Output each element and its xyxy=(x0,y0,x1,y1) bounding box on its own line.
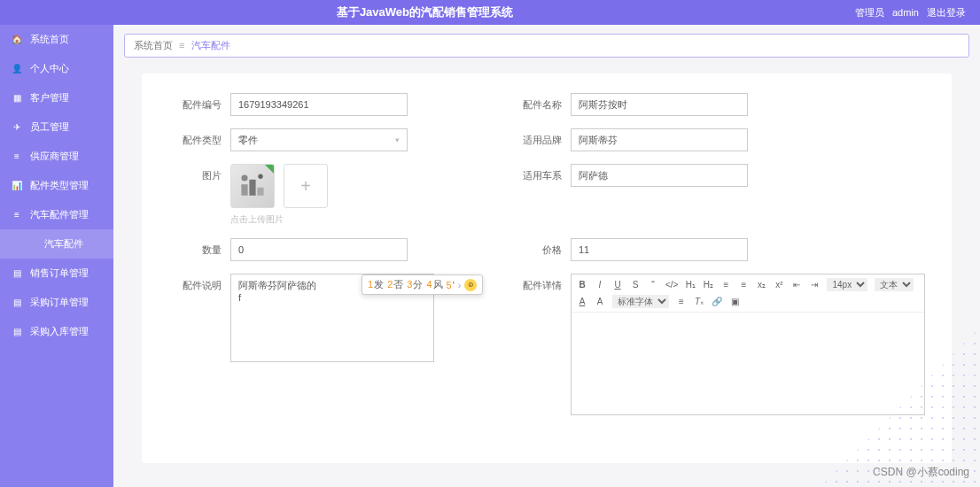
ime-cand-5[interactable]: 5' xyxy=(447,280,455,290)
sidebar-label: 汽车配件管理 xyxy=(30,208,89,221)
sidebar-icon: ✈ xyxy=(11,122,23,132)
sidebar-item-8[interactable]: ▤销售订单管理 xyxy=(0,259,113,288)
ul-icon[interactable]: ≡ xyxy=(738,280,749,290)
label-part-name: 配件名称 xyxy=(509,93,562,112)
ime-next-icon[interactable]: › xyxy=(458,280,462,290)
breadcrumb-home[interactable]: 系统首页 xyxy=(134,40,173,50)
sidebar-label: 系统首页 xyxy=(30,33,69,46)
input-part-no[interactable] xyxy=(230,93,408,116)
sidebar-icon: ▤ xyxy=(11,327,23,336)
input-price[interactable] xyxy=(571,238,748,261)
font-family-select[interactable]: 标准字体 xyxy=(612,295,669,308)
sub-icon[interactable]: x₂ xyxy=(756,280,766,290)
svg-rect-1 xyxy=(249,180,255,196)
top-bar: 基于JavaWeb的汽配销售管理系统 管理员 admin 退出登录 xyxy=(0,0,980,25)
label-desc: 配件说明 xyxy=(168,274,222,292)
sidebar-item-2[interactable]: ▦客户管理 xyxy=(0,83,113,112)
sidebar-item-0[interactable]: 🏠系统首页 xyxy=(0,25,113,54)
sidebar-item-1[interactable]: 👤个人中心 xyxy=(0,54,113,83)
form-panel: 配件编号 配件名称 配件类型 零件 ▾ 适用品牌 xyxy=(142,73,952,463)
svg-rect-2 xyxy=(257,188,263,196)
sidebar-item-5[interactable]: 📊配件类型管理 xyxy=(0,171,113,200)
input-qty[interactable] xyxy=(230,238,408,261)
label-detail: 配件详情 xyxy=(509,274,562,292)
clear-icon[interactable]: Tₓ xyxy=(694,297,704,306)
indent-icon[interactable]: ⇤ xyxy=(791,280,802,290)
user-name: admin xyxy=(892,7,919,18)
parts-thumbnail-icon xyxy=(237,170,268,202)
h2-icon[interactable]: H₂ xyxy=(703,280,713,290)
sidebar-item-4[interactable]: ≡供应商管理 xyxy=(0,142,113,171)
sidebar-label: 供应商管理 xyxy=(30,150,79,163)
logout-link[interactable]: 退出登录 xyxy=(927,7,966,18)
sidebar-item-3[interactable]: ✈员工管理 xyxy=(0,112,113,142)
svg-point-3 xyxy=(241,174,247,181)
font-size-select[interactable]: 14px xyxy=(827,278,867,291)
quote-icon[interactable]: " xyxy=(648,280,658,290)
ol-icon[interactable]: ≡ xyxy=(720,280,731,290)
breadcrumb-sep: ≡ xyxy=(179,40,184,50)
rich-editor[interactable]: B I U S " </> H₁ H₂ ≡ ≡ x₂ x² ⇤ xyxy=(571,274,925,415)
sidebar-item-10[interactable]: ▤采购入库管理 xyxy=(0,317,113,346)
sup-icon[interactable]: x² xyxy=(774,280,784,290)
sidebar-label: 采购入库管理 xyxy=(30,325,89,338)
label-image: 图片 xyxy=(168,164,222,182)
h1-icon[interactable]: H₁ xyxy=(685,280,696,290)
sidebar: 🏠系统首页👤个人中心▦客户管理✈员工管理≡供应商管理📊配件类型管理≡汽车配件管理… xyxy=(0,25,113,487)
sidebar-item-9[interactable]: ▤采购订单管理 xyxy=(0,288,113,317)
sidebar-label: 个人中心 xyxy=(30,62,69,75)
label-part-type: 配件类型 xyxy=(168,128,222,147)
sidebar-icon: 👤 xyxy=(11,64,23,73)
sidebar-label: 销售订单管理 xyxy=(30,267,89,280)
watermark: CSDN @小蔡coding xyxy=(873,465,969,480)
sidebar-icon: ≡ xyxy=(11,210,23,220)
label-series: 适用车系 xyxy=(509,164,562,182)
sidebar-item-6[interactable]: ≡汽车配件管理 xyxy=(0,200,113,229)
label-brand: 适用品牌 xyxy=(509,128,562,147)
svg-point-4 xyxy=(258,174,262,179)
sidebar-label: 配件类型管理 xyxy=(30,179,89,192)
ime-cand-4[interactable]: 4风 xyxy=(426,278,442,291)
underline-icon[interactable]: U xyxy=(612,280,623,290)
input-series[interactable] xyxy=(571,164,748,187)
link-icon[interactable]: 🔗 xyxy=(712,297,722,306)
ime-cand-2[interactable]: 2否 xyxy=(387,278,403,291)
bold-icon[interactable]: B xyxy=(577,280,587,290)
select-part-type[interactable]: 零件 ▾ xyxy=(230,128,408,151)
sidebar-label: 员工管理 xyxy=(30,120,69,134)
user-role: 管理员 xyxy=(855,7,884,18)
sidebar-icon: 🏠 xyxy=(11,35,23,44)
svg-rect-0 xyxy=(241,184,247,196)
upload-add-button[interactable]: + xyxy=(284,164,328,208)
align-icon[interactable]: ≡ xyxy=(676,297,687,306)
user-area: 管理员 admin 退出登录 xyxy=(850,6,980,19)
code-icon[interactable]: </> xyxy=(665,280,678,290)
sidebar-icon: ▤ xyxy=(11,268,23,278)
ime-cand-1[interactable]: 1发 xyxy=(368,278,384,291)
input-part-name[interactable] xyxy=(571,93,748,116)
sidebar-icon: ▦ xyxy=(11,93,23,103)
bg-color-icon[interactable]: A xyxy=(595,297,605,306)
sidebar-icon: ▤ xyxy=(11,298,23,307)
outdent-icon[interactable]: ⇥ xyxy=(809,280,820,290)
italic-icon[interactable]: I xyxy=(595,280,605,290)
sidebar-label: 采购订单管理 xyxy=(30,296,89,309)
app-title: 基于JavaWeb的汽配销售管理系统 xyxy=(0,4,850,20)
sidebar-icon: 📊 xyxy=(11,181,23,190)
ime-candidate-bar[interactable]: 1发 2否 3分 4风 5' › ☺ xyxy=(362,274,483,295)
uploaded-image-thumb[interactable] xyxy=(230,164,275,208)
text-style-select[interactable]: 文本 xyxy=(875,278,914,291)
upload-hint: 点击上传图片 xyxy=(230,213,455,226)
ime-emoji-icon[interactable]: ☺ xyxy=(464,279,477,291)
sidebar-icon: ≡ xyxy=(11,151,23,161)
select-part-type-value: 零件 xyxy=(238,134,258,147)
font-color-icon[interactable]: A xyxy=(577,297,587,306)
ime-cand-3[interactable]: 3分 xyxy=(407,278,423,291)
input-brand[interactable] xyxy=(571,128,748,151)
image-icon[interactable]: ▣ xyxy=(729,297,740,306)
strike-icon[interactable]: S xyxy=(630,280,641,290)
sidebar-item-7[interactable]: 汽车配件 xyxy=(0,229,113,259)
label-qty: 数量 xyxy=(168,238,222,257)
breadcrumb: 系统首页 ≡ 汽车配件 xyxy=(124,34,969,58)
label-price: 价格 xyxy=(509,238,562,257)
